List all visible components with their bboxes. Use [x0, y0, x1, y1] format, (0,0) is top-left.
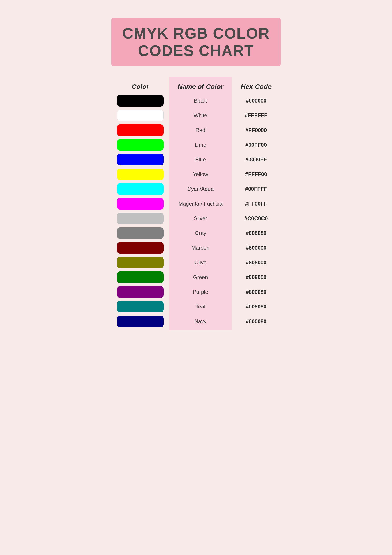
color-hex-gray: #808080	[232, 227, 281, 239]
color-swatch-cyan	[117, 183, 164, 195]
color-hex-red: #FF0000	[232, 124, 281, 136]
color-name-blue: Blue	[171, 154, 229, 165]
title-box: CMYK RGB COLOR CODES CHART	[111, 18, 281, 66]
color-swatch-blue	[117, 154, 164, 165]
color-swatch-silver	[117, 213, 164, 224]
color-name-red: Red	[171, 124, 229, 136]
color-hex-maroon: #800000	[232, 242, 281, 254]
color-name-black: Black	[171, 95, 229, 107]
color-swatch-purple	[117, 286, 164, 298]
page-title: CMYK RGB COLOR CODES CHART	[120, 24, 272, 59]
color-name-teal: Teal	[171, 301, 229, 313]
color-hex-white: #FFFFFF	[232, 110, 281, 121]
color-name-green: Green	[171, 271, 229, 283]
color-swatch-magenta	[117, 198, 164, 210]
color-name-cyan: Cyan/Aqua	[171, 183, 229, 195]
color-swatch-white	[117, 110, 164, 121]
color-swatch-maroon	[117, 242, 164, 254]
color-hex-black: #000000	[232, 95, 281, 107]
color-swatch-green	[117, 271, 164, 283]
color-name-white: White	[171, 110, 229, 121]
color-hex-green: #008000	[232, 271, 281, 283]
color-name-maroon: Maroon	[171, 242, 229, 254]
color-hex-cyan: #00FFFF	[232, 183, 281, 195]
color-column-header: Color	[132, 77, 149, 90]
color-hex-teal: #008080	[232, 301, 281, 313]
color-name-lime: Lime	[171, 139, 229, 151]
color-swatch-gray	[117, 227, 164, 239]
color-name-magenta: Magenta / Fuchsia	[171, 198, 229, 210]
color-hex-lime: #00FF00	[232, 139, 281, 151]
color-hex-blue: #0000FF	[232, 154, 281, 165]
color-name-silver: Silver	[171, 213, 229, 224]
color-name-purple: Purple	[171, 286, 229, 298]
color-hex-olive: #808000	[232, 257, 281, 268]
name-column-header: Name of Color	[178, 77, 223, 90]
color-hex-yellow: #FFFF00	[232, 168, 281, 180]
column-name: Name of Color BlackWhiteRedLimeBlueYello…	[169, 77, 232, 330]
color-hex-navy: #000080	[232, 316, 281, 327]
color-swatch-red	[117, 124, 164, 136]
color-name-navy: Navy	[171, 316, 229, 327]
column-hex: Hex Code #000000#FFFFFF#FF0000#00FF00#00…	[232, 77, 281, 330]
color-swatch-yellow	[117, 168, 164, 180]
page-container: CMYK RGB COLOR CODES CHART Color Name of…	[98, 9, 294, 344]
chart-area: Color Name of Color BlackWhiteRedLimeBlu…	[111, 77, 281, 330]
color-swatch-lime	[117, 139, 164, 151]
color-hex-purple: #800080	[232, 286, 281, 298]
hex-column-header: Hex Code	[241, 77, 271, 90]
color-swatch-black	[117, 95, 164, 107]
color-name-yellow: Yellow	[171, 168, 229, 180]
color-swatch-teal	[117, 301, 164, 313]
column-color: Color	[111, 77, 169, 330]
color-hex-magenta: #FF00FF	[232, 198, 281, 210]
color-name-gray: Gray	[171, 227, 229, 239]
color-name-olive: Olive	[171, 257, 229, 268]
color-swatch-navy	[117, 316, 164, 327]
color-swatch-olive	[117, 257, 164, 268]
color-hex-silver: #C0C0C0	[232, 213, 281, 224]
